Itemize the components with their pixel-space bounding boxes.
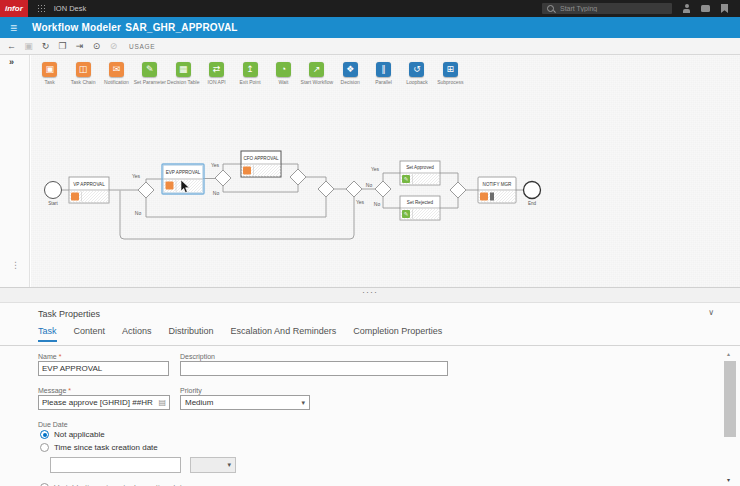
localization-icon[interactable]: ▤ <box>158 398 166 407</box>
time-since-value-field[interactable] <box>50 457 181 473</box>
node-title: Set Approved <box>406 165 434 170</box>
palette-item-start-workflow[interactable]: ↗Start Workflow <box>300 62 333 85</box>
palette-item-ion-api[interactable]: ⇄ION API <box>200 62 233 85</box>
app-grid-icon[interactable] <box>37 4 46 13</box>
palette-item-set-parameter[interactable]: ✎Set Parameter <box>133 62 166 85</box>
task-icon <box>243 167 251 175</box>
node-vp-approval[interactable]: VP APPROVAL <box>69 177 109 203</box>
scroll-up-icon[interactable]: ▴ <box>727 350 730 357</box>
workflow-diagram: Start End Yes No Yes No No Yes Yes No <box>31 55 740 287</box>
branch-label: No <box>213 190 220 196</box>
palette-item-label: Wait <box>279 79 289 85</box>
palette-item-label: Set Parameter <box>134 79 166 85</box>
palette-item-label: Task <box>45 79 55 85</box>
tab-content[interactable]: Content <box>74 326 106 342</box>
decision-diamond[interactable] <box>290 169 306 185</box>
decision-diamond[interactable] <box>138 182 154 198</box>
palette-item-label: Start Workflow <box>301 79 333 85</box>
radio-icon[interactable] <box>40 443 49 452</box>
priority-select[interactable]: Medium ▾ <box>180 395 310 410</box>
radio-icon[interactable] <box>40 430 49 439</box>
task-icon: ▣ <box>42 62 57 77</box>
branch-label: No <box>135 210 142 216</box>
radio-label: Time since task creation date <box>54 443 158 452</box>
deactivate-icon: ⊘ <box>108 41 119 51</box>
node-cfo-approval[interactable]: CFO APPROVAL <box>241 151 281 177</box>
node-set-rejected[interactable]: ✎ Set Rejected <box>400 196 440 220</box>
radio-not-applicable[interactable]: Not applicable <box>40 430 105 439</box>
tabs-divider <box>0 345 740 346</box>
node-title: NOTIFY MGR <box>483 182 512 187</box>
time-unit-select[interactable]: ▾ <box>190 457 236 473</box>
tab-task[interactable]: Task <box>38 326 57 342</box>
splitter-handle-icon[interactable]: ···· <box>362 287 378 297</box>
app-name: ION Desk <box>54 4 87 13</box>
bookmark-icon[interactable] <box>721 4 728 13</box>
detail-glyph <box>490 193 494 201</box>
collapse-panel-icon[interactable]: ∨ <box>708 308 714 317</box>
palette-item-wait[interactable]: ◔Wait <box>267 62 300 85</box>
node-set-approved[interactable]: ✎ Set Approved <box>400 161 440 185</box>
message-field[interactable]: Please approve [GHRID] ##HR ▤ <box>38 395 170 410</box>
pencil-glyph: ✎ <box>404 176 409 182</box>
activate-icon[interactable]: ⊙ <box>91 41 102 51</box>
page-title: Workflow ModelerSAR_GHR_APPROVAL <box>32 22 238 33</box>
decision-diamond[interactable] <box>318 181 334 197</box>
palette-item-notification[interactable]: ✉Notification <box>100 62 133 85</box>
branch-label: No <box>374 201 381 207</box>
palette-item-subprocess[interactable]: ⊞Subprocess <box>434 62 467 85</box>
user-icon[interactable] <box>683 4 690 13</box>
palette-item-decision[interactable]: ❖Decision <box>334 62 367 85</box>
tab-actions[interactable]: Actions <box>122 326 152 342</box>
decision-diamond[interactable] <box>346 181 362 197</box>
palette-item-label: Notification <box>104 79 129 85</box>
palette-item-parallel[interactable]: ∥Parallel <box>367 62 400 85</box>
tab-distribution[interactable]: Distribution <box>169 326 214 342</box>
menu-icon[interactable]: ≡ <box>10 21 17 35</box>
chat-icon[interactable] <box>701 5 710 12</box>
end-node[interactable]: End <box>524 182 541 207</box>
name-label: Name <box>38 353 61 360</box>
start-node[interactable]: Start <box>45 182 62 207</box>
palette-item-task-chain[interactable]: ◫Task Chain <box>66 62 99 85</box>
search-input[interactable] <box>558 4 652 13</box>
parallel-icon: ∥ <box>376 62 391 77</box>
back-icon[interactable]: ← <box>6 41 17 51</box>
palette-item-task[interactable]: ▣Task <box>33 62 66 85</box>
palette-item-label: Loopback <box>406 79 428 85</box>
scrollbar-thumb[interactable] <box>724 361 736 437</box>
message-value: Please approve [GHRID] ##HR <box>42 398 153 407</box>
name-field[interactable] <box>38 361 169 376</box>
infor-logo: infor <box>0 0 28 17</box>
description-field[interactable] <box>180 361 448 376</box>
import-icon[interactable]: ⇥ <box>74 41 85 51</box>
chevron-down-icon: ▾ <box>301 399 305 407</box>
decision-diamond[interactable] <box>215 170 231 186</box>
tab-completion-properties[interactable]: Completion Properties <box>353 326 442 342</box>
decision-diamond[interactable] <box>375 181 391 197</box>
palette-item-loopback[interactable]: ↺Loopback <box>400 62 433 85</box>
task-form: Name Description Message Please approve … <box>38 349 704 486</box>
panel-scrollbar[interactable]: ▴ ▾ <box>723 349 738 486</box>
scroll-down-icon[interactable]: ▾ <box>727 476 730 483</box>
refresh-icon[interactable]: ↻ <box>40 41 51 51</box>
workflow-canvas[interactable]: ▣Task◫Task Chain✉Notification✎Set Parame… <box>31 55 740 287</box>
search-box[interactable] <box>542 3 672 14</box>
task-properties-panel: Task Properties ∨ TaskContentActionsDist… <box>0 302 740 486</box>
expand-panel-icon[interactable]: » <box>9 57 14 67</box>
palette-item-decision-table[interactable]: ▦Decision Table <box>167 62 200 85</box>
palette-item-exit-point[interactable]: ↥Exit Point <box>233 62 266 85</box>
top-bar: infor ION Desk <box>0 0 740 17</box>
tab-escalation-and-reminders[interactable]: Escalation And Reminders <box>231 326 337 342</box>
copy-icon[interactable]: ❐ <box>57 41 68 51</box>
panel-splitter[interactable]: ···· <box>0 287 740 302</box>
rail-grip-icon[interactable]: ⋮ <box>11 260 20 270</box>
branch-label: Yes <box>371 166 380 172</box>
decision-diamond[interactable] <box>450 182 466 198</box>
radio-time-since[interactable]: Time since task creation date <box>40 443 158 452</box>
node-evp-approval-selected[interactable]: EVP APPROVAL <box>162 164 204 194</box>
node-notify-mgr[interactable]: NOTIFY MGR <box>478 177 516 203</box>
usage-button[interactable]: USAGE <box>129 43 155 50</box>
workflow-toolbar: ←▣↻❐⇥⊙⊘ USAGE <box>0 38 740 55</box>
task-icon <box>166 182 174 190</box>
